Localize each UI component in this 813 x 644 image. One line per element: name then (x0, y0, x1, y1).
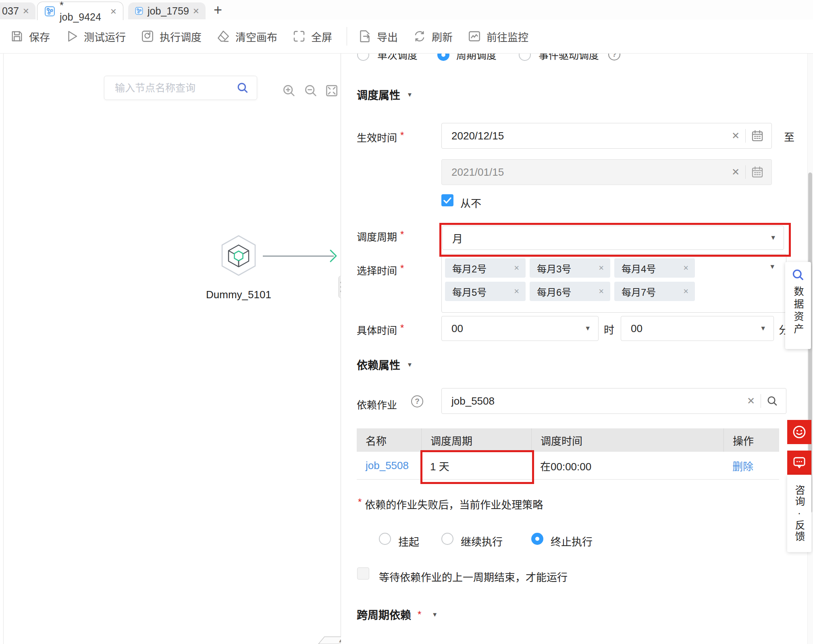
dependent-job-input[interactable]: job_5508 ✕ (441, 388, 786, 414)
required-asterisk: * (400, 229, 404, 240)
consult-feedback-tab[interactable]: 咨询·反馈 (787, 475, 811, 552)
search-icon (791, 268, 805, 282)
clear-icon[interactable]: ✕ (741, 395, 761, 407)
tag-remove-icon[interactable]: × (683, 263, 688, 273)
schedule-period-value: 月 (452, 231, 770, 245)
never-checkbox[interactable] (441, 194, 453, 206)
chevron-down-icon: ▼ (760, 325, 766, 332)
info-icon[interactable]: ? (608, 54, 620, 60)
radio-terminate[interactable] (531, 533, 543, 545)
end-date-value: 2021/01/15 (451, 166, 726, 179)
properties-panel: 单次调度 周期调度 事件驱动调度 ? 调度属性 ▼ 生效时间* 2020/12/… (341, 54, 813, 644)
calendar-icon[interactable] (751, 129, 764, 143)
required-asterisk: * (400, 130, 404, 141)
select-time-multiselect[interactable]: ▼ 每月2号× 每月3号× 每月4号× 每月5号× 每月6号× 每月7号× (441, 254, 786, 313)
tag-remove-icon[interactable]: × (683, 286, 688, 297)
fit-view-icon[interactable] (324, 83, 339, 98)
radio-event-schedule[interactable] (519, 54, 531, 61)
edge-arrow-icon (329, 249, 339, 263)
execute-schedule-button[interactable]: 执行调度 (140, 29, 202, 44)
section-cross-period[interactable]: 跨周期依赖 * ▼ (357, 607, 438, 622)
search-icon[interactable] (236, 81, 250, 95)
tab-bar: 037 × * job_9424 × job_1759 × (0, 0, 813, 19)
minute-select[interactable]: 00 ▼ (621, 316, 774, 341)
workflow-icon (135, 5, 143, 17)
col-header-name: 名称 (357, 428, 421, 452)
section-title: 调度属性 (357, 87, 400, 102)
col-header-time: 调度时间 (531, 428, 724, 452)
hour-unit-label: 时 (604, 322, 614, 337)
row-time: 在00:00:00 (531, 458, 724, 473)
radio-continue-label: 继续执行 (461, 534, 503, 548)
fail-strategy-label: * 依赖的作业失败后，当前作业处理策略 (358, 497, 543, 511)
wait-previous-cycle-checkbox[interactable] (357, 567, 369, 580)
tab-close-icon[interactable]: × (23, 6, 29, 16)
tag-remove-icon[interactable]: × (599, 286, 604, 297)
tab-label: * job_9424 (60, 0, 106, 23)
zoom-out-icon[interactable] (303, 83, 318, 98)
radio-suspend[interactable] (379, 533, 391, 545)
wait-previous-cycle-label: 等待依赖作业的上一周期结束，才能运行 (379, 569, 568, 584)
clear-icon[interactable]: ✕ (726, 130, 745, 141)
tab-job-9424[interactable]: * job_9424 × (37, 2, 123, 20)
end-date-input[interactable]: 2021/01/15 ✕ (441, 159, 772, 185)
zoom-in-icon[interactable] (281, 83, 297, 98)
refresh-button[interactable]: 刷新 (412, 29, 453, 44)
toolbar-label: 清空画布 (235, 29, 277, 44)
hour-select[interactable]: 00 ▼ (441, 316, 599, 341)
section-schedule-props[interactable]: 调度属性 ▼ (357, 87, 413, 102)
toolbar-label: 全屏 (311, 29, 332, 44)
export-button[interactable]: 导出 (358, 29, 398, 44)
tag-remove-icon[interactable]: × (514, 263, 519, 273)
toolbar-label: 导出 (377, 29, 398, 44)
tag-remove-icon[interactable]: × (599, 263, 604, 273)
tab-close-icon[interactable]: × (110, 6, 116, 17)
dummy-node-icon[interactable] (219, 234, 258, 277)
consult-feedback-label: 咨询·反馈 (792, 485, 807, 542)
table-row: job_5508 1 天 在00:00:00 删除 (357, 452, 779, 480)
radio-terminate-label: 终止执行 (551, 534, 593, 548)
start-date-input[interactable]: 2020/12/15 ✕ (441, 123, 772, 149)
data-asset-tab[interactable]: 数据资产 (785, 262, 811, 349)
radio-continue[interactable] (441, 533, 453, 545)
schedule-period-select[interactable]: 月 ▼ (442, 226, 784, 250)
table-header-row: 名称 调度周期 调度时间 操作 (357, 428, 779, 452)
tab-job-1759[interactable]: job_1759 × (128, 2, 206, 19)
fullscreen-icon (292, 29, 306, 44)
test-run-button[interactable]: 测试运行 (64, 29, 126, 44)
app-window: 037 × * job_9424 × job_1759 × (0, 0, 813, 644)
calendar-icon[interactable] (751, 165, 764, 179)
select-time-label: 选择时间* (357, 263, 404, 277)
row-period: 1 天 (421, 458, 531, 473)
fullscreen-button[interactable]: 全屏 (292, 29, 332, 44)
chevron-down-icon: ▼ (407, 361, 413, 368)
save-button[interactable]: 保存 (10, 29, 50, 44)
node-search-input[interactable] (114, 82, 236, 94)
workflow-icon (44, 5, 56, 17)
feedback-button[interactable] (787, 451, 811, 475)
satisfaction-button[interactable] (787, 420, 811, 444)
save-icon (10, 29, 24, 44)
node-label[interactable]: Dummy_5101 (191, 289, 286, 301)
job-link[interactable]: job_5508 (357, 459, 421, 472)
tab-close-icon[interactable]: × (193, 6, 199, 16)
required-asterisk: * (358, 497, 362, 508)
radio-single-schedule[interactable] (357, 54, 369, 61)
help-icon[interactable]: ? (411, 395, 423, 407)
dependency-table: 名称 调度周期 调度时间 操作 job_5508 1 天 在00:00:00 删… (357, 428, 779, 480)
tab-037[interactable]: 037 × (0, 2, 35, 19)
radio-event-schedule-label: 事件驱动调度 (539, 54, 599, 62)
delete-link[interactable]: 删除 (724, 458, 779, 473)
edge-connector (263, 256, 334, 257)
time-tag: 每月4号× (614, 258, 695, 278)
dependent-job-value: job_5508 (451, 395, 741, 407)
go-to-monitor-button[interactable]: 前往监控 (467, 29, 528, 44)
clear-canvas-button[interactable]: 清空画布 (216, 29, 277, 44)
section-dependency-props[interactable]: 依赖属性 ▼ (357, 357, 413, 372)
tag-remove-icon[interactable]: × (514, 286, 519, 297)
export-icon (358, 29, 372, 44)
search-icon[interactable] (766, 395, 779, 407)
new-tab-button[interactable]: + (214, 2, 222, 19)
clear-icon[interactable]: ✕ (726, 166, 745, 178)
radio-periodic-schedule[interactable] (437, 54, 449, 61)
